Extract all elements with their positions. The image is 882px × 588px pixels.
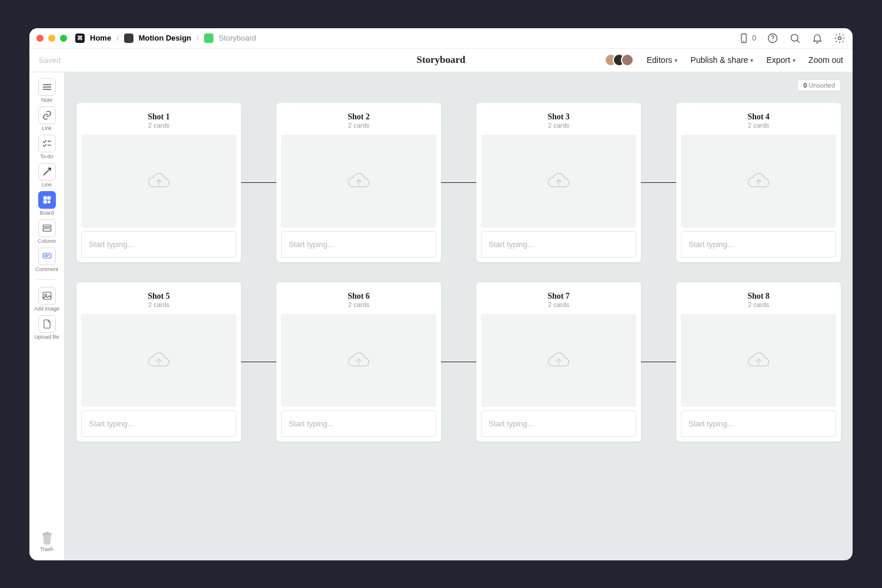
- connector-line: [441, 362, 476, 362]
- help-icon: [767, 32, 779, 44]
- breadcrumb-motion-design[interactable]: Motion Design: [139, 34, 192, 42]
- breadcrumb-home[interactable]: Home: [90, 34, 111, 42]
- card-title: Shot 8: [681, 292, 836, 301]
- minimize-window-button[interactable]: [48, 35, 55, 42]
- card-upload-area[interactable]: [681, 314, 836, 407]
- image-icon: [42, 290, 52, 301]
- card-title: Shot 5: [81, 292, 236, 301]
- svg-line-12: [44, 168, 51, 175]
- card-upload-area[interactable]: [681, 135, 836, 228]
- card-subtitle: 2 cards: [281, 122, 436, 129]
- cloud-upload-icon: [346, 350, 371, 370]
- tool-add-image[interactable]: Add image: [32, 287, 62, 312]
- workspace: Note Link To-do Line Board Column: [29, 72, 853, 560]
- board-rows: Shot 1 2 cards Start typing... Shot 2 2 …: [76, 103, 841, 442]
- tool-comment[interactable]: Comment: [32, 248, 62, 272]
- export-menu[interactable]: Export▾: [766, 55, 795, 65]
- card-upload-area[interactable]: [81, 135, 236, 228]
- save-status: Saved: [39, 56, 61, 65]
- card-text-input[interactable]: Start typing...: [81, 231, 236, 258]
- board-color-icon: [204, 34, 213, 43]
- search-button[interactable]: [789, 32, 801, 44]
- mobile-preview-button[interactable]: 0: [738, 32, 756, 44]
- title-bar-actions: 0: [738, 32, 846, 44]
- svg-line-5: [797, 40, 800, 42]
- card-title: Shot 1: [81, 112, 236, 122]
- column-icon: [42, 223, 52, 233]
- card-upload-area[interactable]: [281, 314, 436, 407]
- card-upload-area[interactable]: [481, 135, 636, 228]
- help-button[interactable]: [767, 32, 779, 44]
- svg-rect-22: [43, 292, 51, 299]
- card-text-input[interactable]: Start typing...: [681, 231, 836, 258]
- tool-column[interactable]: Column: [32, 219, 62, 244]
- connector-line: [441, 182, 476, 183]
- breadcrumb-separator: /: [116, 34, 119, 42]
- tool-trash[interactable]: Trash: [32, 531, 62, 552]
- shot-card[interactable]: Shot 2 2 cards Start typing...: [276, 103, 441, 262]
- gear-icon: [834, 32, 846, 44]
- canvas[interactable]: 0Unsorted Shot 1 2 cards Start typing...…: [65, 72, 853, 560]
- search-icon: [789, 32, 801, 44]
- breadcrumb: ⌘ Home / Motion Design / Storyboard: [75, 34, 256, 43]
- avatar: [621, 54, 634, 66]
- tool-todo[interactable]: To-do: [32, 135, 62, 159]
- chevron-down-icon: ▾: [750, 57, 753, 64]
- card-text-input[interactable]: Start typing...: [281, 231, 436, 258]
- card-subtitle: 2 cards: [681, 301, 836, 308]
- close-window-button[interactable]: [36, 35, 44, 42]
- svg-rect-15: [44, 200, 46, 203]
- tool-link[interactable]: Link: [32, 106, 62, 131]
- settings-button[interactable]: [834, 32, 846, 44]
- tool-board[interactable]: Board: [32, 191, 62, 216]
- editors-menu[interactable]: Editors▾: [647, 55, 678, 65]
- board-row: Shot 5 2 cards Start typing... Shot 6 2 …: [76, 282, 841, 442]
- svg-point-4: [791, 34, 798, 41]
- shot-card[interactable]: Shot 3 2 cards Start typing...: [476, 103, 641, 262]
- breadcrumb-current: Storyboard: [219, 34, 256, 42]
- card-text-input[interactable]: Start typing...: [481, 231, 636, 258]
- shot-card[interactable]: Shot 5 2 cards Start typing...: [76, 282, 241, 442]
- card-upload-area[interactable]: [281, 135, 436, 228]
- connector-line: [641, 362, 676, 362]
- folder-icon: [124, 34, 133, 43]
- notifications-button[interactable]: [811, 32, 823, 44]
- comment-icon: [42, 252, 52, 261]
- card-upload-area[interactable]: [81, 314, 236, 407]
- separator: [37, 279, 57, 280]
- shot-card[interactable]: Shot 1 2 cards Start typing...: [76, 103, 241, 262]
- tool-line[interactable]: Line: [32, 163, 62, 188]
- card-text-input[interactable]: Start typing...: [281, 410, 436, 437]
- card-text-input[interactable]: Start typing...: [81, 410, 236, 437]
- svg-point-3: [773, 40, 773, 41]
- mobile-count: 0: [752, 34, 756, 42]
- card-text-input[interactable]: Start typing...: [681, 410, 836, 437]
- shot-card[interactable]: Shot 4 2 cards Start typing...: [676, 103, 841, 262]
- publish-share-menu[interactable]: Publish & share▾: [690, 55, 753, 65]
- page-title: Storyboard: [416, 54, 465, 66]
- bell-icon: [811, 32, 823, 44]
- shot-card[interactable]: Shot 7 2 cards Start typing...: [476, 282, 641, 442]
- svg-rect-17: [43, 225, 51, 226]
- window-controls: [36, 35, 67, 42]
- unsorted-badge[interactable]: 0Unsorted: [797, 79, 841, 91]
- tool-note[interactable]: Note: [32, 78, 62, 103]
- card-text-input[interactable]: Start typing...: [481, 410, 636, 437]
- trash-icon: [41, 531, 54, 545]
- card-subtitle: 2 cards: [281, 301, 436, 308]
- svg-rect-14: [47, 196, 50, 199]
- maximize-window-button[interactable]: [60, 35, 67, 42]
- collaborator-avatars[interactable]: [604, 54, 634, 66]
- shot-card[interactable]: Shot 8 2 cards Start typing...: [676, 282, 841, 442]
- svg-point-16: [48, 201, 51, 203]
- tool-upload-file[interactable]: Upload file: [32, 315, 62, 340]
- card-subtitle: 2 cards: [681, 122, 836, 129]
- zoom-out-button[interactable]: Zoom out: [808, 55, 843, 65]
- shot-card[interactable]: Shot 6 2 cards Start typing...: [276, 282, 441, 442]
- note-icon: [42, 83, 52, 91]
- cloud-upload-icon: [146, 350, 171, 370]
- card-upload-area[interactable]: [481, 314, 636, 407]
- board-row: Shot 1 2 cards Start typing... Shot 2 2 …: [76, 103, 841, 262]
- card-subtitle: 2 cards: [81, 122, 236, 129]
- card-subtitle: 2 cards: [481, 122, 636, 129]
